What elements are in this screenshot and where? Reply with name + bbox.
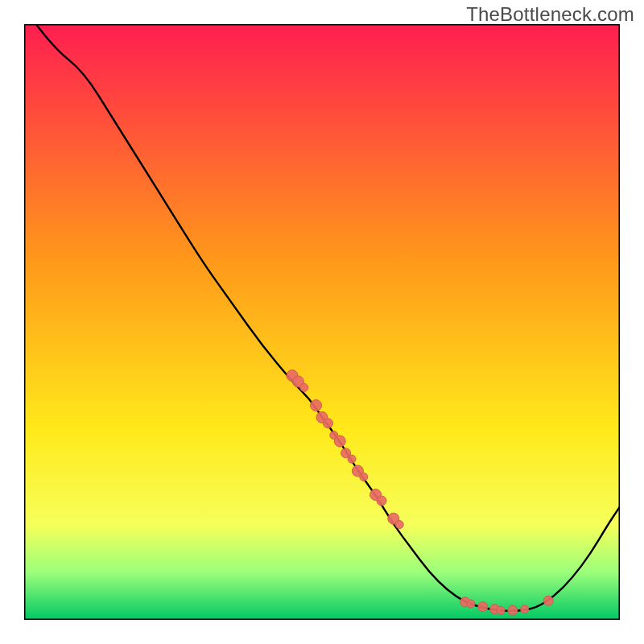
watermark-text: TheBottleneck.com <box>466 3 634 26</box>
data-dot <box>311 400 322 411</box>
data-dot <box>300 383 308 391</box>
data-dot <box>360 473 368 481</box>
data-dot <box>543 596 553 605</box>
data-dot <box>395 521 403 529</box>
data-dot <box>521 605 529 613</box>
data-dot <box>348 455 356 463</box>
chart-stage: TheBottleneck.com <box>0 0 644 644</box>
data-dot <box>478 602 488 612</box>
data-dot <box>497 606 505 614</box>
data-dot <box>323 419 332 428</box>
data-dot <box>508 605 518 615</box>
gradient-background <box>24 24 620 620</box>
plot-area <box>24 24 620 620</box>
data-dot <box>334 436 345 447</box>
data-dot <box>377 496 386 506</box>
data-dot <box>467 600 475 608</box>
chart-svg <box>24 24 620 620</box>
